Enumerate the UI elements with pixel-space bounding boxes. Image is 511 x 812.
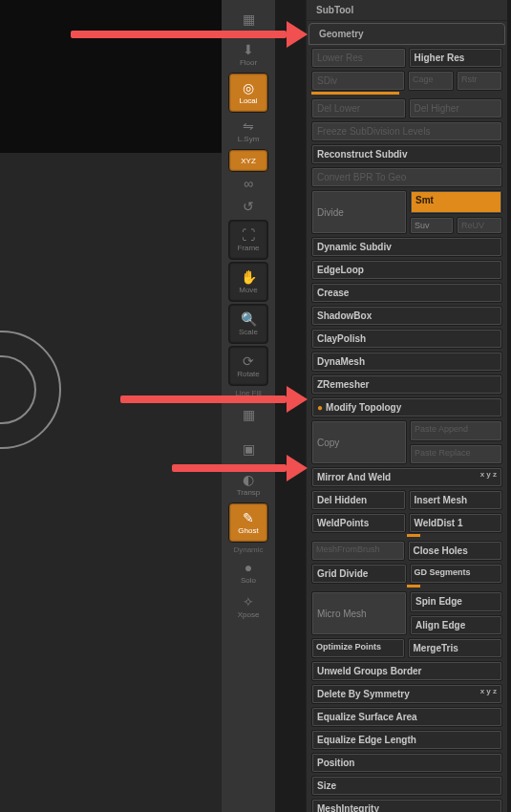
welddist-indicator (407, 534, 420, 537)
xyz-label: XYZ (241, 157, 256, 165)
suv-button[interactable]: Suv (410, 217, 454, 234)
mirror-weld-label: Mirror And Weld (317, 472, 391, 482)
geometry-header[interactable]: Geometry (309, 23, 505, 45)
grid-button[interactable]: ▦ (229, 4, 267, 36)
spin-edge-button[interactable]: Spin Edge (410, 591, 502, 612)
size-header[interactable]: Size (311, 776, 502, 796)
reuv-button[interactable]: ReUV (457, 217, 502, 234)
local-button[interactable]: ◎Local (228, 73, 268, 113)
modify-topology-label: Modify Topology (326, 402, 401, 413)
position-header[interactable]: Position (311, 753, 502, 773)
shadowbox-header[interactable]: ShadowBox (311, 306, 502, 326)
lsym-button[interactable]: ⇋L.Sym (229, 115, 267, 147)
equalize-area-button[interactable]: Equalize Surface Area (311, 707, 502, 727)
weld-dist-slider[interactable]: WeldDist 1 (409, 513, 503, 533)
gdseg-indicator (407, 585, 420, 588)
mirror-and-weld-button[interactable]: Mirror And Weldx y z (311, 467, 502, 487)
xpose-button[interactable]: ✧Xpose (229, 590, 267, 623)
crease-header[interactable]: Crease (311, 283, 502, 303)
lsym-label: L.Sym (238, 135, 260, 143)
linefill-icon: ▦ (243, 408, 255, 421)
viewport-top (0, 0, 222, 153)
delete-sym-label: Delete By Symmetry (317, 689, 410, 699)
move-button[interactable]: ✋Move (228, 262, 268, 302)
local-label: Local (239, 96, 257, 105)
del-higher-button[interactable]: Del Higher (409, 98, 503, 118)
floor-button[interactable]: ⬇Floor (229, 38, 267, 71)
equalize-edge-button[interactable]: Equalize Edge Length (311, 730, 502, 750)
align-edge-button[interactable]: Align Edge (410, 615, 502, 636)
lower-res-button[interactable]: Lower Res (311, 48, 406, 68)
persp-button[interactable]: ▣ (229, 434, 267, 466)
freeze-subdiv-button[interactable]: Freeze SubDivision Levels (311, 121, 502, 141)
micro-mesh-button[interactable]: Micro Mesh (311, 591, 407, 635)
dynamic-label: Dynamic (233, 545, 263, 554)
mesh-integrity-header[interactable]: MeshIntegrity (311, 799, 502, 812)
frame-button[interactable]: ⛶Frame (228, 220, 268, 260)
mesh-from-brush-button[interactable]: MeshFromBrush (311, 541, 405, 561)
rotate-label: Rotate (237, 370, 260, 378)
reconstruct-subdiv-button[interactable]: Reconstruct Subdiv (311, 144, 502, 164)
link-icon: ∞ (244, 177, 253, 190)
sdiv-slider[interactable]: SDiv (311, 71, 405, 91)
ghost-label: Ghost (238, 526, 258, 535)
copy-button[interactable]: Copy (311, 420, 407, 464)
linefill-label: Line Fill (235, 389, 262, 397)
transp-button[interactable]: ◐Transp (229, 468, 267, 501)
ghost-button[interactable]: ✎Ghost (228, 502, 268, 543)
del-hidden-button[interactable]: Del Hidden (311, 490, 406, 510)
delete-by-symmetry-button[interactable]: Delete By Symmetryx y z (311, 684, 502, 704)
xpose-icon: ✧ (243, 595, 254, 609)
del-lower-button[interactable]: Del Lower (311, 98, 406, 118)
modify-topology-header[interactable]: ●Modify Topology (311, 397, 502, 417)
scale-button[interactable]: 🔍Scale (228, 304, 268, 344)
grid-icon: ▦ (243, 12, 255, 26)
zremesher-header[interactable]: ZRemesher (311, 374, 502, 395)
smt-button[interactable]: Smt (410, 190, 502, 214)
higher-res-button[interactable]: Higher Res (409, 48, 503, 68)
expand-dot-icon: ● (317, 402, 323, 413)
paste-append-button[interactable]: Paste Append (410, 420, 502, 441)
tool-panel: SubTool Geometry Lower Res Higher Res SD… (306, 0, 507, 812)
divide-button[interactable]: Divide (311, 190, 407, 234)
xpose-label: Xpose (238, 610, 260, 619)
rotate-button[interactable]: ⟳Rotate (228, 346, 268, 386)
link-button[interactable]: ∞ (229, 174, 267, 195)
local-icon: ◎ (243, 81, 254, 95)
linefill-button[interactable]: ▦ (229, 399, 267, 432)
mirror-weld-axis-icon: x y z (480, 470, 497, 479)
xyz-button[interactable]: XYZ (228, 149, 268, 172)
unweld-groups-button[interactable]: Unweld Groups Border (311, 661, 502, 681)
convert-bpr-button[interactable]: Convert BPR To Geo (311, 167, 502, 187)
scale-icon: 🔍 (241, 312, 257, 326)
history-button[interactable]: ↺ (229, 197, 267, 218)
frame-label: Frame (237, 244, 259, 252)
optimize-points-button[interactable]: Optimize Points (311, 638, 405, 658)
transp-icon: ◐ (243, 473, 254, 486)
merge-tris-button[interactable]: MergeTris (408, 638, 503, 658)
cage-button[interactable]: Cage (408, 71, 454, 91)
dynamesh-header[interactable]: DynaMesh (311, 352, 502, 372)
grid-divide-button[interactable]: Grid Divide (311, 564, 407, 584)
move-label: Move (239, 286, 258, 294)
floor-icon: ⬇ (243, 43, 254, 56)
close-holes-button[interactable]: Close Holes (408, 541, 503, 561)
gd-segments-slider[interactable]: GD Segments (410, 564, 503, 584)
claypolish-header[interactable]: ClayPolish (311, 329, 502, 349)
dynamic-subdiv-header[interactable]: Dynamic Subdiv (311, 237, 502, 257)
insert-mesh-button[interactable]: Insert Mesh (409, 490, 503, 510)
move-icon: ✋ (241, 270, 257, 284)
paste-replace-button[interactable]: Paste Replace (410, 444, 502, 465)
history-icon: ↺ (243, 200, 254, 213)
lsym-icon: ⇋ (243, 119, 254, 133)
rotate-icon: ⟳ (243, 354, 254, 368)
delete-sym-axis-icon: x y z (480, 687, 497, 695)
frame-icon: ⛶ (242, 228, 255, 242)
rstr-button[interactable]: Rstr (457, 71, 502, 91)
solo-button[interactable]: ●Solo (229, 556, 267, 588)
subtool-header[interactable]: SubTool (307, 0, 507, 21)
solo-icon: ● (245, 561, 252, 574)
edgeloop-header[interactable]: EdgeLoop (311, 260, 502, 280)
geometry-section: Lower Res Higher Res SDiv Cage Rstr Del … (307, 45, 507, 812)
weld-points-button[interactable]: WeldPoints (311, 513, 406, 533)
